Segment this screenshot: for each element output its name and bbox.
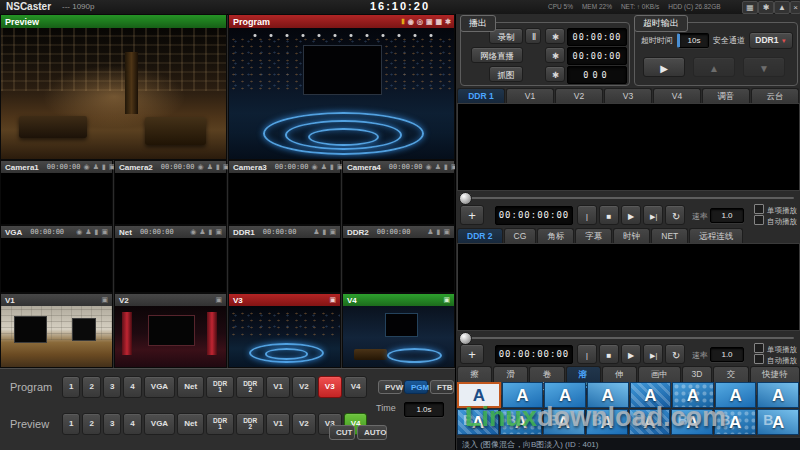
settings-gear-icon[interactable]: ✱ [758,1,774,14]
transition-thumb[interactable]: BA [586,409,628,435]
tab-ptz[interactable]: 云台 [751,88,799,104]
preview-src-2[interactable]: 2 [82,413,100,435]
mic-icon[interactable]: ▮ [437,228,441,236]
slider-track[interactable] [463,337,794,339]
ddr1-monitor[interactable]: DDR100:00:00♟▮▣ [228,225,341,293]
transition-thumb-selected[interactable]: A [457,382,501,408]
pgm-button[interactable]: PGM [404,380,428,394]
program-src-vga[interactable]: VGA [144,376,175,398]
ddr2-prev-icon[interactable]: |◀ [577,344,597,364]
audio-icon[interactable]: ◉ [408,18,414,26]
ddr1-media-area[interactable] [457,103,800,191]
program-src-3[interactable]: 3 [103,376,121,398]
preview-monitor[interactable]: Preview [0,14,227,160]
preview-src-1[interactable]: 1 [62,413,80,435]
camera3-monitor[interactable]: Camera300:00:00◉♟▮▣ [228,160,341,225]
person-icon[interactable]: ♟ [435,163,441,171]
timeout-play-button[interactable]: ▶ [643,57,685,77]
record-icon[interactable]: ▣ [426,18,433,26]
ddr2-play-icon[interactable]: ▶ [621,344,641,364]
transition-time-value[interactable]: 1.0s [404,402,444,417]
slider-track[interactable] [463,197,794,199]
ddr2-rate-input[interactable]: 1.0 [710,347,744,362]
transition-thumb[interactable]: A [587,382,629,408]
status-dot-icon[interactable]: ◉ [426,163,432,171]
record-gear-icon[interactable]: ✱ [545,28,565,44]
person-icon[interactable]: ♟ [207,163,213,171]
tab-ddr1[interactable]: DDR 1 [457,88,505,104]
keyboard-icon[interactable]: ▦ [742,1,758,14]
transition-thumb[interactable]: BA [671,409,713,435]
record-pause-icon[interactable]: Ⅱ [525,28,541,44]
cut-button[interactable]: CUT [329,425,355,440]
person-icon[interactable]: ♟ [93,163,99,171]
monitor-icon[interactable]: ▣ [215,228,222,236]
transition-thumb[interactable]: BA [714,409,756,435]
camera2-monitor[interactable]: Camera200:00:00◉♟▮▣ [114,160,227,225]
ddr1-prev-icon[interactable]: |◀ [577,205,597,225]
transition-thumb[interactable]: A [630,382,672,408]
monitor-icon[interactable]: ▣ [443,228,450,236]
transition-thumb[interactable]: BA [629,409,671,435]
transition-thumb[interactable]: BA [500,409,542,435]
preview-src-net[interactable]: Net [177,413,204,435]
program-monitor[interactable]: Program Ⅱ ◉ ◎ ▣ ▦ ✱ [228,14,455,160]
ddr1-next-icon[interactable]: ▶| [643,205,663,225]
ddr1-stop-icon[interactable]: ■ [599,205,619,225]
ddr2-stop-icon[interactable]: ■ [599,344,619,364]
pvw-button[interactable]: PVW [378,380,402,394]
program-src-ddr2[interactable]: DDR 2 [236,376,264,398]
mic-icon[interactable]: ▮ [216,163,220,171]
mic-icon[interactable]: ▮ [444,163,448,171]
clip-icon[interactable]: ▦ [436,18,443,26]
ddr2-media-area[interactable] [457,243,800,331]
ddr2-monitor[interactable]: DDR200:00:00♟▮▣ [342,225,455,293]
camera4-monitor[interactable]: Camera400:00:00◉♟▮▣ [342,160,455,225]
tab-v1[interactable]: V1 [506,88,554,104]
camera1-monitor[interactable]: Camera100:00:00◉♟▮▣ [0,160,113,225]
pause-icon[interactable]: Ⅱ [401,18,404,26]
v2-monitor[interactable]: V2▣ [114,293,227,368]
person-icon[interactable]: ♟ [427,228,433,236]
transition-thumb[interactable]: A [502,382,544,408]
broadcast-panel-label[interactable]: 播出 [460,15,496,32]
transition-thumb[interactable]: BA [757,409,799,435]
stream-button[interactable]: 网络直播 [471,47,523,63]
v4-monitor[interactable]: V4▣ [342,293,455,368]
timeout-up-button[interactable]: ▲ [693,57,735,77]
preview-src-ddr1[interactable]: DDR 1 [206,413,234,435]
slider-handle[interactable] [459,192,472,205]
program-src-2[interactable]: 2 [82,376,100,398]
monitor-icon[interactable]: ▣ [215,296,222,304]
person-icon[interactable]: ♟ [85,228,91,236]
ftb-button[interactable]: FTB [430,380,454,394]
program-src-1[interactable]: 1 [62,376,80,398]
status-dot-icon[interactable]: ◉ [76,228,82,236]
delay-time-input[interactable]: 10s [677,33,709,48]
ddr2-add-button[interactable]: + [460,344,484,364]
transition-thumb[interactable]: BA [457,409,499,435]
net-monitor[interactable]: Net00:00:00◉♟▮▣ [114,225,227,293]
transition-thumb[interactable]: A [757,382,799,408]
monitor-icon[interactable]: ▣ [443,296,450,304]
program-src-v4[interactable]: V4 [344,376,368,398]
preview-src-v1[interactable]: V1 [266,413,290,435]
ddr1-loop-icon[interactable]: ↻ [665,205,685,225]
monitor-icon[interactable]: ▣ [329,296,336,304]
preview-src-v2[interactable]: V2 [292,413,316,435]
stream-gear-icon[interactable]: ✱ [545,47,565,63]
person-icon[interactable]: ♟ [199,228,205,236]
auto-button[interactable]: AUTO [357,425,387,440]
status-dot-icon[interactable]: ◉ [84,163,90,171]
ddr1-add-button[interactable]: + [460,205,484,225]
status-dot-icon[interactable]: ◉ [190,228,196,236]
mic-icon[interactable]: ▮ [330,163,334,171]
tab-v2[interactable]: V2 [555,88,603,104]
tab-v3[interactable]: V3 [604,88,652,104]
v1-monitor[interactable]: V1▣ [0,293,113,368]
person-icon[interactable]: ♟ [321,163,327,171]
tab-v4[interactable]: V4 [653,88,701,104]
transition-thumb[interactable]: A [544,382,586,408]
transition-thumb[interactable]: A [672,382,714,408]
transition-thumb[interactable]: A [715,382,757,408]
